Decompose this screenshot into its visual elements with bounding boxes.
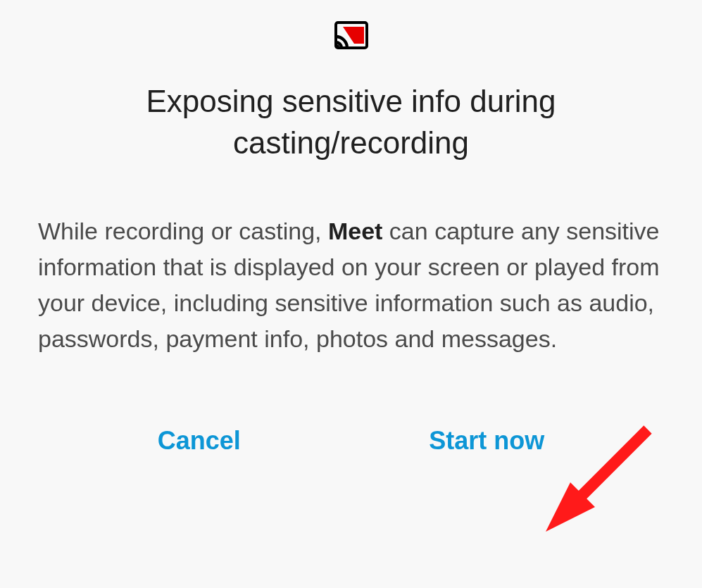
start-now-button[interactable]: Start now xyxy=(418,420,556,461)
dialog-body: While recording or casting, Meet can cap… xyxy=(35,213,667,357)
body-text-before: While recording or casting, xyxy=(38,218,328,244)
svg-point-2 xyxy=(335,44,339,49)
cancel-button[interactable]: Cancel xyxy=(146,420,252,461)
button-row: Cancel Start now xyxy=(35,420,667,461)
body-text-appname: Meet xyxy=(328,218,382,244)
dialog-title: Exposing sensitive info during casting/r… xyxy=(35,80,667,164)
cast-record-icon xyxy=(334,21,368,52)
icon-container xyxy=(35,21,667,52)
permission-dialog: Exposing sensitive info during casting/r… xyxy=(0,0,702,588)
